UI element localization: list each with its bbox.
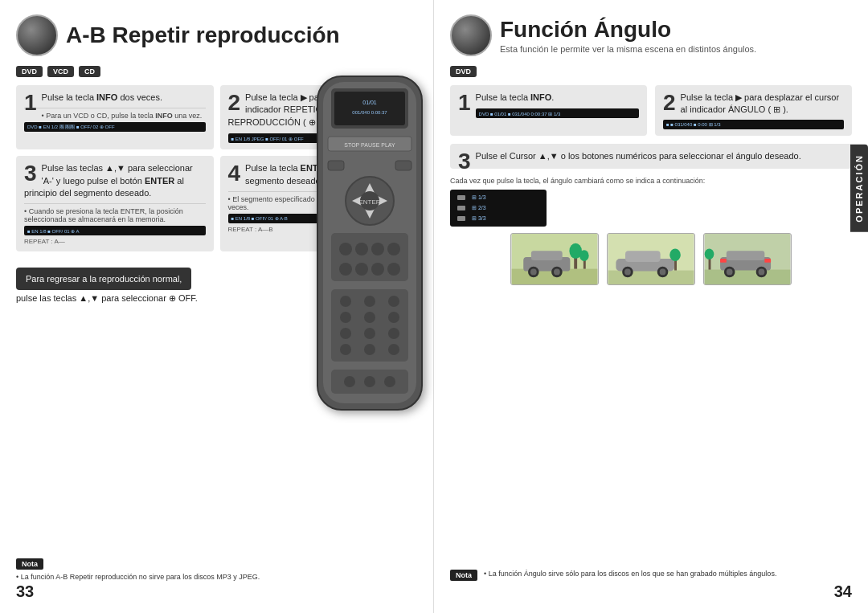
right-header: Función Ángulo Esta función le permite v…	[450, 14, 852, 56]
right-step2-text: Pulse la tecla ▶ para desplazar el curso…	[663, 92, 844, 116]
right-step3-note: Cada vez que pulse la tecla, el ángulo c…	[450, 177, 852, 185]
svg-point-40	[344, 376, 355, 387]
step2-number: 2	[228, 92, 241, 114]
right-step1-box: 1 Pulse la tecla INFO. DVD ■ 01/01 ■ 031…	[450, 85, 647, 136]
left-header: A-B Repetir reproducción	[16, 14, 417, 56]
right-title: Función Ángulo Esta función le permite v…	[500, 17, 756, 54]
svg-rect-15	[328, 161, 344, 170]
page-right: Función Ángulo Esta función le permite v…	[434, 0, 868, 613]
svg-point-51	[530, 269, 537, 276]
step3-repeat: REPEAT : A—	[24, 238, 206, 245]
svg-point-30	[340, 312, 351, 323]
svg-point-32	[388, 312, 399, 323]
nota-label-right: Nota	[450, 570, 477, 581]
svg-point-20	[371, 243, 384, 255]
svg-rect-61	[625, 251, 661, 262]
step1-screen: DVD ■ EN 1/2 圈 圈圈 ■ OFF/ 02 ⊕ OFF	[27, 124, 115, 131]
step1-note: • Para un VCD o CD, pulse la tecla INFO …	[24, 108, 206, 120]
svg-rect-44	[457, 206, 465, 210]
step4-number: 4	[228, 162, 241, 185]
svg-point-29	[388, 296, 399, 307]
svg-point-41	[364, 376, 375, 387]
right-title-text: Función Ángulo	[500, 17, 756, 43]
svg-point-21	[387, 243, 400, 255]
right-badge-dvd: DVD	[450, 66, 477, 77]
step3-note: • Cuando se presiona la tecla ENTER, la …	[24, 203, 206, 223]
angle-img-3	[703, 233, 792, 285]
nota-section-left: Nota • La función A-B Repetir reproducci…	[16, 555, 417, 581]
svg-point-79	[705, 249, 714, 260]
svg-rect-77	[764, 259, 771, 263]
svg-text:ENTER: ENTER	[358, 198, 380, 206]
nota-text-left: • La función A-B Repetir reproducción no…	[16, 573, 417, 581]
left-header-icon	[16, 14, 58, 56]
right-subtitle: Esta función le permite ver la misma esc…	[500, 44, 756, 54]
right-step2-number: 2	[663, 92, 676, 114]
svg-point-42	[384, 376, 395, 387]
right-step3-box: 3 Pulse el Cursor ▲,▼ o los botones numé…	[450, 144, 852, 169]
svg-rect-49	[531, 251, 563, 260]
svg-rect-59	[608, 271, 694, 284]
svg-rect-45	[457, 216, 465, 221]
operacion-sidebar: OPERACIÓN	[850, 145, 868, 232]
svg-point-23	[355, 263, 368, 276]
svg-point-24	[371, 263, 384, 276]
svg-point-63	[624, 269, 631, 276]
svg-point-22	[339, 263, 352, 276]
step2-screen: ■ EN 1/8 JPEG ■ OFF/ 01 ⊕ OFF	[231, 136, 304, 141]
svg-text:001/040 0:00:37: 001/040 0:00:37	[352, 110, 387, 115]
nota-label-left: Nota	[16, 558, 43, 570]
svg-point-19	[355, 243, 368, 255]
right-badges: DVD	[450, 66, 852, 77]
svg-rect-69	[705, 270, 791, 284]
svg-point-31	[364, 312, 375, 323]
svg-rect-3	[334, 92, 405, 125]
step1-text: Pulse la tecla INFO dos veces.	[24, 92, 206, 104]
svg-point-67	[669, 249, 681, 262]
svg-point-18	[339, 243, 352, 255]
nota-section-right: Nota • La función Ángulo sirve sólo para…	[450, 570, 844, 581]
svg-point-33	[340, 328, 351, 339]
svg-point-35	[388, 328, 399, 339]
right-step1-screen: DVD ■ 01/01 ■ 031/040 0:00:37 ⊞ 1/3	[479, 111, 561, 116]
nota-text-right: • La función Ángulo sirve sólo para los …	[484, 570, 776, 578]
svg-point-53	[554, 269, 560, 276]
angle-indicators: ⊞ 1/3 ⊞ 2/3 ⊞ 3/3	[450, 190, 547, 227]
svg-point-57	[579, 251, 589, 262]
badge-cd: CD	[79, 66, 100, 77]
right-step1-number: 1	[458, 92, 471, 114]
step1-box: 1 Pulse la tecla INFO dos veces. • Para …	[16, 85, 214, 149]
svg-rect-76	[720, 259, 727, 263]
right-step2-screen: ■ ■ 031/040 ■ 0:00 ⊞ 1/3	[666, 121, 721, 127]
angle-images	[450, 233, 852, 285]
right-step2-box: 2 Pulse la tecla ▶ para desplazar el cur…	[655, 85, 852, 136]
svg-point-65	[660, 269, 666, 276]
step1-number: 1	[24, 92, 37, 114]
svg-rect-71	[727, 251, 764, 260]
remote-control: 01/01 001/040 0:00:37 STOP PAUSE PLAY EN…	[305, 72, 434, 421]
svg-point-36	[340, 344, 351, 355]
step3-box: 3 Pulse las teclas ▲,▼ para seleccionar …	[16, 156, 214, 251]
step3-number: 3	[24, 162, 37, 185]
svg-rect-16	[395, 161, 411, 170]
step3-screen: ■ EN 1/8 ■ OFF/ 01 ⊕ A	[27, 228, 80, 234]
svg-point-37	[364, 344, 375, 355]
badge-dvd: DVD	[16, 66, 43, 77]
svg-point-28	[364, 296, 375, 307]
svg-text:STOP PAUSE PLAY: STOP PAUSE PLAY	[344, 142, 395, 148]
svg-point-27	[340, 296, 351, 307]
right-step3-text: Pulse el Cursor ▲,▼ o los botones numéri…	[458, 150, 844, 162]
left-title: A-B Repetir reproducción	[66, 22, 340, 48]
angle-img-1	[510, 233, 599, 285]
svg-rect-43	[457, 195, 465, 200]
angle-img-2	[607, 233, 695, 285]
return-label: Para regresar a la reproducción normal,	[16, 268, 191, 290]
right-header-icon	[450, 14, 492, 56]
svg-text:01/01: 01/01	[362, 100, 377, 105]
badge-vcd: VCD	[47, 66, 74, 77]
svg-point-73	[727, 269, 733, 276]
svg-point-38	[388, 344, 399, 355]
right-steps-top: 1 Pulse la tecla INFO. DVD ■ 01/01 ■ 031…	[450, 85, 852, 136]
svg-point-34	[364, 328, 375, 339]
step3-text: Pulse las teclas ▲,▼ para seleccionar 'A…	[24, 162, 206, 199]
